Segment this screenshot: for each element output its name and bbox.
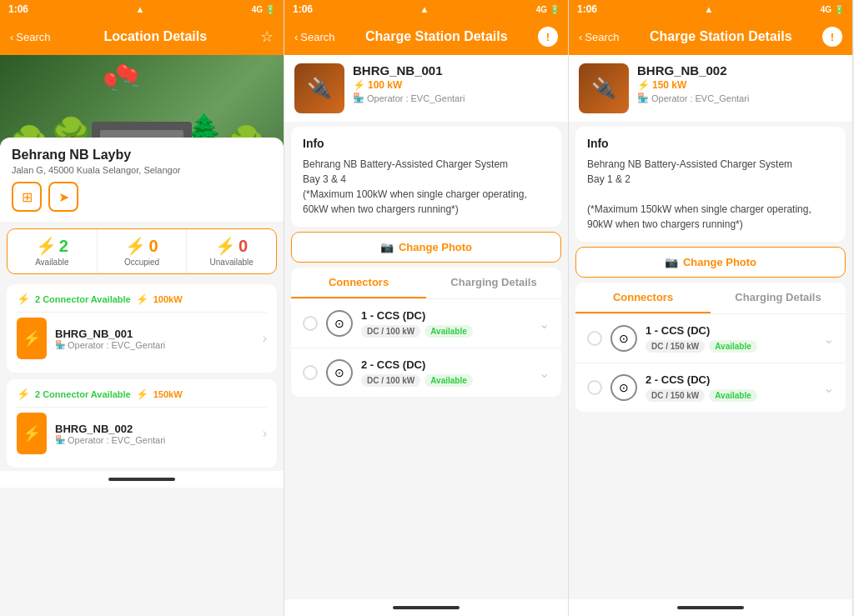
camera-icon-2: 📷 [380,241,394,253]
tabs-container-2: Connectors Charging Details [291,268,561,299]
connector-item-2-2[interactable]: ⊙ 2 - CCS (DC) DC / 100 kW Available ⌄ [291,348,561,397]
favorite-icon[interactable]: ☆ [260,28,274,46]
status-bar-3: 1:06 ▲ 4G 🔋 [569,0,852,18]
location-icon-1: ▲ [135,4,144,14]
connector-radio-2-1 [303,316,318,331]
location-image: 🌳 🌳 🌳 🌲 🎈 🎈 🎈 Behrang NB Layby Jalan G, … [0,55,284,222]
back-button-1[interactable]: ‹ Search [10,31,51,43]
connector-chevron-2-1: ⌄ [539,316,550,332]
station-thumb-icon-3: 🔌 [591,77,616,100]
alert-icon-3[interactable]: ! [822,27,842,47]
stat-unavailable-label: Unavailable [190,258,273,267]
charger-item-2[interactable]: ⚡ BHRG_NB_002 🏪 Operator : EVC_Gentari › [17,407,267,459]
power-lightning-s3: ⚡ [637,79,650,91]
connector-status-badge-3-1: Available [709,340,757,353]
connector-chevron-3-2: ⌄ [823,380,834,396]
chevron-icon-1: › [263,331,267,346]
station-operator-2: 🏪 Operator : EVC_Gentari [353,93,558,103]
charger-visual-1: ⚡ [17,318,47,359]
balloon-icon-3: 🎈 [113,63,133,83]
connector-icon-2-2: ⊙ [326,359,353,386]
back-label-3: Search [585,31,619,43]
operator-icon-2: 🏪 [55,435,65,444]
stat-occupied-label: Occupied [101,258,183,267]
back-chevron-2: ‹ [294,31,298,43]
charger-visual-2: ⚡ [17,413,47,454]
tab-charging-details-2[interactable]: Charging Details [426,268,561,298]
status-right-2: 4G 🔋 [536,5,560,14]
station-power-2: ⚡ 100 kW [353,79,558,91]
location-actions: ⊞ ➤ [12,182,272,212]
tab-charging-details-3[interactable]: Charging Details [711,283,846,313]
station-thumb-2: 🔌 [294,63,344,113]
time-1: 1:06 [8,3,28,15]
charger-section-2: ⚡ 2 Connector Available ⚡ 150kW ⚡ BHRG_N… [7,379,277,468]
station-header-3: 🔌 BHRG_NB_002 ⚡ 150 kW 🏪 Operator : EVC_… [569,55,852,122]
connector-badges-3-2: DC / 150 kW Available [646,389,815,402]
back-button-2[interactable]: ‹ Search [294,31,335,43]
navigate-button[interactable]: ➤ [48,182,78,212]
info-text-2: Behrang NB Battery-Assisted Charger Syst… [303,157,550,217]
network-3: 4G [821,5,831,14]
connector-icon-2-1: ⊙ [326,310,353,337]
connector-radio-2-2 [303,365,318,380]
home-indicator-1 [0,471,284,488]
power-lightning-1: ⚡ [136,293,148,305]
power-lightning-2: ⚡ [136,388,148,400]
back-chevron-1: ‹ [10,31,13,43]
connector-details-3-2: 2 - CCS (DC) DC / 150 kW Available [646,373,815,402]
charger-icon-occupied: ⚡ [125,236,146,256]
station-operator-3: 🏪 Operator : EVC_Gentari [637,93,842,103]
connector-icon-3-2: ⊙ [610,374,637,401]
connector-name-3-1: 1 - CCS (DC) [646,324,815,337]
change-photo-button-2[interactable]: 📷 Change Photo [291,232,561,263]
location-overlay-card: Behrang NB Layby Jalan G, 45000 Kuala Se… [0,138,284,222]
tabs-container-3: Connectors Charging Details [575,283,846,314]
charger-name-1: BHRG_NB_001 [55,328,254,340]
alert-icon-2[interactable]: ! [538,27,558,47]
connector-details-2-2: 2 - CCS (DC) DC / 100 kW Available [361,358,530,387]
lightning-icon-1: ⚡ [17,293,30,305]
stats-bar: ⚡ 2 Available ⚡ 0 Occupied ⚡ 0 Unavailab… [7,228,277,274]
operator-icon-1: 🏪 [55,340,65,349]
nav-bar-2: ‹ Search Charge Station Details ! [284,18,568,55]
panel-content-2: 🔌 BHRG_NB_001 ⚡ 100 kW 🏪 Operator : EVC_… [284,55,568,599]
change-photo-label-3: Change Photo [683,256,756,268]
connector-item-3-2[interactable]: ⊙ 2 - CCS (DC) DC / 150 kW Available ⌄ [575,363,846,412]
stat-available: ⚡ 2 Available [8,229,98,273]
change-photo-button-3[interactable]: 📷 Change Photo [575,247,846,278]
back-button-3[interactable]: ‹ Search [579,31,620,43]
connector-power-badge-3-1: DC / 150 kW [646,340,705,353]
station-info-3: BHRG_NB_002 ⚡ 150 kW 🏪 Operator : EVC_Ge… [637,63,842,103]
station-header-2: 🔌 BHRG_NB_001 ⚡ 100 kW 🏪 Operator : EVC_… [284,55,568,122]
connector-item-3-1[interactable]: ⊙ 1 - CCS (DC) DC / 150 kW Available ⌄ [575,314,846,363]
connector-item-2-1[interactable]: ⊙ 1 - CCS (DC) DC / 100 kW Available ⌄ [291,299,561,348]
status-right-3: 4G 🔋 [821,5,844,14]
panel-content-3: 🔌 BHRG_NB_002 ⚡ 150 kW 🏪 Operator : EVC_… [569,55,852,599]
tab-connectors-2[interactable]: Connectors [291,268,426,298]
status-right-1: 4G 🔋 [252,5,275,14]
charger-operator-1: 🏪 Operator : EVC_Gentari [55,340,254,350]
connector-available-1: 2 Connector Available [35,294,131,304]
home-bar-1 [108,478,175,481]
stat-available-count: ⚡ 2 [11,236,93,256]
station-name-2: BHRG_NB_001 [353,63,558,78]
charger-header-2: ⚡ 2 Connector Available ⚡ 150kW [17,388,267,400]
location-name: Behrang NB Layby [12,148,272,163]
connector-status-badge-2-2: Available [424,374,473,387]
nav-bar-1: ‹ Search Location Details ☆ [0,18,284,55]
panel-station-1: 1:06 ▲ 4G 🔋 ‹ Search Charge Station Deta… [284,0,569,616]
connector-power-badge-3-2: DC / 150 kW [646,389,705,402]
connector-badges-2-1: DC / 100 kW Available [361,325,530,338]
connector-chevron-3-1: ⌄ [823,331,834,347]
info-title-2: Info [303,137,550,150]
power-badge-2: 150kW [153,389,183,399]
connector-name-3-2: 2 - CCS (DC) [646,373,815,386]
share-button[interactable]: ⊞ [12,182,42,212]
stat-unavailable-count: ⚡ 0 [190,236,273,256]
charger-item-1[interactable]: ⚡ BHRG_NB_001 🏪 Operator : EVC_Gentari › [17,312,267,364]
connector-power-badge-2-1: DC / 100 kW [361,325,420,338]
tab-connectors-3[interactable]: Connectors [575,283,711,313]
home-bar-3 [677,606,744,609]
info-title-3: Info [587,137,834,150]
